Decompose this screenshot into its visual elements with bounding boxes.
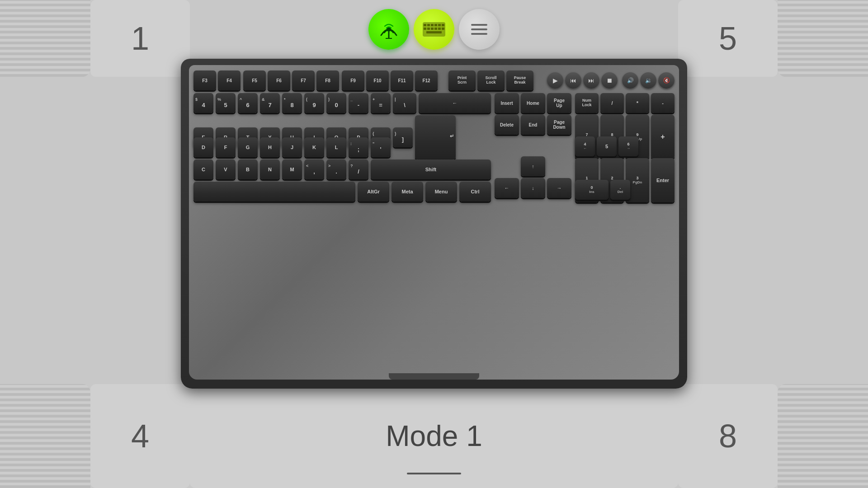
key-num-dot[interactable]: .Del (610, 180, 630, 200)
key-altgr[interactable]: AltGr (358, 182, 389, 202)
key-insert[interactable]: Insert (495, 93, 519, 113)
key-num-plus[interactable]: + (651, 115, 675, 159)
key-g[interactable]: G (238, 137, 258, 157)
svg-rect-17 (471, 24, 487, 26)
key-v[interactable]: V (216, 160, 236, 179)
key-n[interactable]: N (260, 160, 280, 179)
wifi-button[interactable] (368, 9, 409, 50)
menu-button[interactable] (459, 9, 500, 50)
key-prev[interactable]: ⏮ (565, 72, 581, 89)
key-h[interactable]: H (260, 137, 280, 157)
key-num-minus[interactable]: - (651, 93, 675, 113)
key-next[interactable]: ⏭ (583, 72, 599, 89)
key-f11[interactable]: F11 (391, 70, 413, 90)
header-controls (368, 9, 500, 50)
key-mute[interactable]: 🔇 (658, 72, 675, 89)
svg-rect-9 (442, 24, 444, 26)
key-stop[interactable]: ⏹ (601, 72, 618, 89)
key-num0[interactable]: 0Ins (575, 180, 609, 200)
key-dollar-4[interactable]: $4 (193, 93, 213, 113)
key-quote[interactable]: "' (371, 137, 391, 157)
key-question-slash[interactable]: ?/ (349, 160, 368, 179)
key-rbrace[interactable]: }] (393, 127, 413, 147)
key-arrow-left[interactable]: ← (495, 178, 519, 198)
key-j[interactable]: J (282, 137, 302, 157)
panel-mode: Mode 1 (190, 384, 678, 488)
panel-5-number: 5 (719, 20, 737, 57)
key-ctrl-right[interactable]: Ctrl (459, 182, 491, 202)
key-arrow-right[interactable]: → (547, 178, 571, 198)
key-pause-break[interactable]: PauseBreak (506, 70, 533, 90)
key-menu[interactable]: Menu (425, 182, 457, 202)
key-caret-6[interactable]: ^6 (238, 93, 258, 113)
key-f12[interactable]: F12 (415, 70, 438, 90)
key-m[interactable]: M (282, 160, 302, 179)
key-pipe-backslash[interactable]: |\ (393, 93, 416, 113)
palm-rest (389, 373, 479, 380)
svg-rect-4 (424, 24, 426, 26)
key-f[interactable]: F (216, 137, 236, 157)
key-l[interactable]: L (326, 137, 346, 157)
key-star-8[interactable]: *8 (282, 93, 302, 113)
key-num-enter[interactable]: Enter (651, 158, 675, 202)
key-num4[interactable]: 4← (575, 136, 595, 156)
key-colon[interactable]: :; (349, 137, 368, 157)
key-f5[interactable]: F5 (243, 70, 266, 90)
keyboard-wrapper: F3 F4 F5 F6 F7 F8 F9 F10 F11 F12 PrintSc… (181, 59, 687, 389)
svg-rect-15 (442, 28, 444, 30)
key-page-up[interactable]: PageUp (547, 93, 571, 113)
panel-8: 8 (678, 384, 778, 488)
key-f10[interactable]: F10 (366, 70, 389, 90)
key-backspace[interactable]: ← (419, 93, 491, 113)
key-b[interactable]: B (238, 160, 258, 179)
key-d[interactable]: D (193, 137, 213, 157)
panel-1: 1 (90, 0, 190, 77)
key-f8[interactable]: F8 (316, 70, 339, 90)
keyboard-button[interactable] (414, 9, 454, 50)
panel-top-left (0, 0, 90, 77)
key-numlock[interactable]: NumLock (575, 93, 599, 113)
key-num6[interactable]: 6→ (618, 136, 638, 156)
wifi-icon (377, 18, 400, 41)
key-arrow-up[interactable]: ↑ (521, 156, 545, 176)
key-enter[interactable]: ↵ (415, 115, 456, 160)
key-num5[interactable]: 5 (597, 136, 617, 156)
key-f6[interactable]: F6 (268, 70, 290, 90)
key-amp-7[interactable]: &7 (260, 93, 280, 113)
key-space[interactable] (193, 182, 355, 202)
key-meta[interactable]: Meta (392, 182, 423, 202)
key-gt-period[interactable]: >. (326, 160, 346, 179)
key-percent-5[interactable]: %5 (216, 93, 236, 113)
key-f3[interactable]: F3 (193, 70, 216, 90)
key-vol-up[interactable]: 🔊 (622, 72, 638, 89)
key-f9[interactable]: F9 (342, 70, 364, 90)
svg-rect-18 (471, 28, 487, 30)
key-lparen-9[interactable]: (9 (304, 93, 324, 113)
panel-4: 4 (90, 384, 190, 488)
key-f7[interactable]: F7 (292, 70, 315, 90)
key-print-scrn[interactable]: PrintScrn (448, 70, 476, 90)
panel-4-number: 4 (131, 418, 149, 455)
key-num-mul[interactable]: * (626, 93, 649, 113)
key-end[interactable]: End (521, 115, 545, 135)
key-home[interactable]: Home (521, 93, 545, 113)
key-delete[interactable]: Delete (495, 115, 519, 135)
panel-bottom-right (778, 384, 868, 488)
key-page-down[interactable]: PageDown (547, 115, 571, 135)
key-lt-comma[interactable]: <, (304, 160, 324, 179)
key-vol-down[interactable]: 🔉 (640, 72, 656, 89)
key-k[interactable]: K (304, 137, 324, 157)
key-arrow-down[interactable]: ↓ (521, 178, 545, 198)
key-c[interactable]: C (193, 160, 213, 179)
key-num-div[interactable]: / (600, 93, 624, 113)
key-f4[interactable]: F4 (218, 70, 241, 90)
key-play[interactable]: ▶ (547, 72, 563, 89)
panel-bottom-left (0, 384, 90, 488)
key-shift-right[interactable]: Shift (371, 160, 491, 179)
svg-rect-14 (438, 28, 441, 30)
key-rparen-0[interactable]: )0 (326, 93, 346, 113)
key-underscore-minus[interactable]: _- (349, 93, 368, 113)
key-plus-equals[interactable]: += (371, 93, 391, 113)
svg-rect-10 (424, 28, 426, 30)
key-scroll-lock[interactable]: ScrollLock (477, 70, 505, 90)
